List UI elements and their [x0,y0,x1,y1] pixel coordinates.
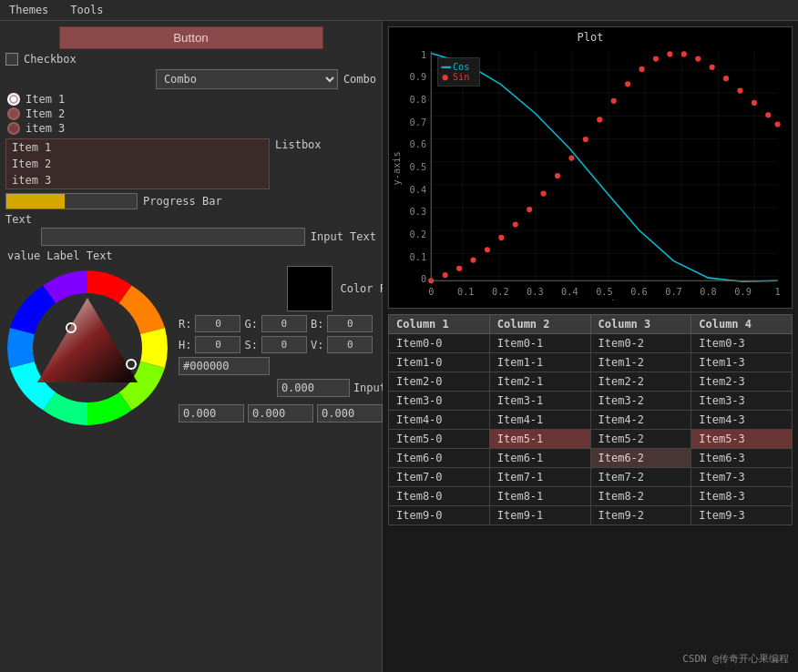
table-cell[interactable]: Item5-3 [691,430,793,449]
watermark: CSDN @传奇开心果编程 [388,650,793,667]
svg-text:0.8: 0.8 [410,94,427,105]
r-label: R: [179,318,191,331]
radio-item-1[interactable]: Item 1 [7,93,376,106]
table-cell[interactable]: Item2-1 [489,372,590,392]
table-cell[interactable]: Item3-0 [389,392,490,411]
radio-item-2[interactable]: Item 2 [7,107,376,120]
progress-fill [6,194,65,209]
float3-input-1[interactable] [179,404,244,423]
table-cell[interactable]: Item1-3 [691,353,793,372]
s-value[interactable]: 0 [261,336,307,353]
table-cell[interactable]: Item0-1 [489,334,590,353]
table-cell[interactable]: Item8-2 [590,487,691,506]
b-value[interactable]: 0 [327,315,373,332]
right-panel: Plot 0 0.1 0.2 0.3 0.4 0.5 0.6 [383,21,798,672]
table-cell[interactable]: Item9-2 [590,506,691,525]
svg-text:0: 0 [428,286,434,297]
table-cell[interactable]: Item3-3 [691,392,793,411]
svg-point-31 [470,258,476,263]
radio-label-2: Item 2 [26,107,65,120]
svg-point-48 [710,65,715,70]
float3-input-2[interactable] [248,404,313,423]
table-cell[interactable]: Item3-1 [489,392,590,411]
svg-text:1: 1 [774,286,780,297]
table-cell[interactable]: Item7-0 [389,468,490,487]
svg-text:1: 1 [421,49,426,60]
table-cell[interactable]: Item9-1 [489,506,590,525]
float3-input-3[interactable] [317,404,383,423]
svg-point-34 [513,221,518,227]
table-cell[interactable]: Item8-3 [691,487,793,506]
listbox-item-2[interactable]: Item 2 [6,156,269,172]
col-header-2[interactable]: Column 2 [489,315,590,334]
table-cell[interactable]: Item1-2 [590,353,691,372]
table-cell[interactable]: Item7-3 [691,468,793,487]
col-header-1[interactable]: Column 1 [389,315,490,334]
data-table: Column 1 Column 2 Column 3 Column 4 Item… [388,314,793,525]
svg-text:y-axis: y-axis [391,151,402,185]
col-header-3[interactable]: Column 3 [590,315,691,334]
table-cell[interactable]: Item4-3 [691,411,793,430]
table-cell[interactable]: Item8-0 [389,487,490,506]
v-value[interactable]: 0 [327,336,373,353]
listbox[interactable]: Item 1 Item 2 item 3 [5,138,270,189]
listbox-item-3[interactable]: item 3 [6,172,269,188]
color-preview [287,266,332,311]
table-cell[interactable]: Item4-0 [389,411,490,430]
table-row: Item0-0Item0-1Item0-2Item0-3 [389,334,793,353]
combo-select[interactable]: Combo [156,69,338,89]
button-widget[interactable]: Button [59,26,323,49]
label-text-row: value Label Text [5,249,376,262]
table-cell[interactable]: Item0-3 [691,334,793,353]
col-header-4[interactable]: Column 4 [691,315,793,334]
h-value[interactable]: 0 [195,336,240,353]
table-cell[interactable]: Item7-1 [489,468,590,487]
input-text-field[interactable] [41,228,305,246]
svg-text:0.3: 0.3 [410,206,427,217]
menu-tools[interactable]: Tools [66,2,107,18]
table-cell[interactable]: Item9-0 [389,506,490,525]
table-cell[interactable]: Item6-3 [691,449,793,468]
radio-item-3[interactable]: item 3 [7,122,376,135]
listbox-row: Item 1 Item 2 item 3 Listbox [5,138,376,189]
svg-point-32 [485,247,490,252]
table-cell[interactable]: Item3-2 [590,392,691,411]
svg-point-30 [456,266,462,271]
color-wheel-svg [5,266,169,430]
table-cell[interactable]: Item4-1 [489,411,590,430]
table-cell[interactable]: Item2-2 [590,372,691,392]
svg-point-36 [541,191,547,197]
table-row: Item7-0Item7-1Item7-2Item7-3 [389,468,793,487]
table-cell[interactable]: Item0-0 [389,334,490,353]
table-cell[interactable]: Item2-3 [691,372,793,392]
r-value[interactable]: 0 [195,315,240,332]
svg-text:0.2: 0.2 [492,286,509,297]
table-cell[interactable]: Item4-2 [590,411,691,430]
table-cell[interactable]: Item6-0 [389,449,490,468]
table-cell[interactable]: Item5-1 [489,430,590,449]
svg-text:0.1: 0.1 [457,286,475,297]
float-input[interactable] [277,379,350,397]
table-row: Item8-0Item8-1Item8-2Item8-3 [389,487,793,506]
svg-text:x-axis: x-axis [588,298,621,300]
color-wheel-container[interactable] [5,266,169,430]
table-cell[interactable]: Item5-0 [389,430,490,449]
table-cell[interactable]: Item8-1 [489,487,590,506]
table-cell[interactable]: Item0-2 [590,334,691,353]
table-cell[interactable]: Item6-1 [489,449,590,468]
table-cell[interactable]: Item2-0 [389,372,490,392]
table-container: Column 1 Column 2 Column 3 Column 4 Item… [388,314,793,650]
hex-input[interactable] [179,357,270,375]
table-cell[interactable]: Item1-1 [489,353,590,372]
listbox-item-1[interactable]: Item 1 [6,139,269,156]
table-cell[interactable]: Item5-2 [590,430,691,449]
table-cell[interactable]: Item9-3 [691,506,793,525]
table-cell[interactable]: Item6-2 [590,449,691,468]
progress-bar [5,193,138,209]
table-cell[interactable]: Item1-0 [389,353,490,372]
table-cell[interactable]: Item7-2 [590,468,691,487]
input-text-row: Input Text [5,228,376,246]
menu-themes[interactable]: Themes [5,2,52,18]
g-value[interactable]: 0 [261,315,307,332]
checkbox-input[interactable] [5,53,18,66]
